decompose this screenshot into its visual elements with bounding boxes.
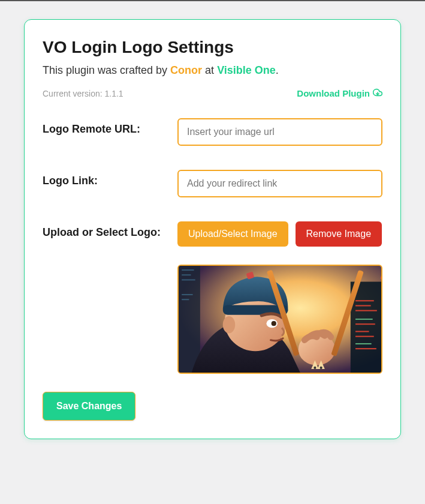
download-plugin-link[interactable]: Download Plugin — [297, 88, 382, 99]
credit-prefix: This plugin was crafted by — [43, 64, 170, 76]
credit-mid: at — [202, 64, 217, 76]
logo-remote-url-label: Logo Remote URL: — [43, 118, 177, 136]
svg-point-28 — [314, 367, 316, 369]
company-link[interactable]: Visible One — [217, 64, 276, 76]
form-row-logo-link: Logo Link: — [43, 170, 382, 197]
svg-rect-15 — [355, 336, 374, 337]
svg-rect-11 — [355, 310, 377, 311]
form-row-upload: Upload or Select Logo: Upload/Select Ima… — [43, 221, 382, 374]
svg-rect-17 — [355, 348, 376, 349]
logo-remote-url-input[interactable] — [177, 118, 382, 146]
logo-link-label: Logo Link: — [43, 170, 177, 187]
svg-point-22 — [272, 321, 276, 326]
page-title: VO Login Logo Settings — [43, 38, 382, 57]
version-text: Current version: 1.1.1 — [43, 89, 123, 98]
upload-select-image-button[interactable]: Upload/Select Image — [177, 221, 288, 247]
upload-logo-wrap: Upload/Select Image Remove Image — [177, 221, 382, 374]
settings-card: VO Login Logo Settings This plugin was c… — [24, 19, 401, 439]
save-changes-button[interactable]: Save Changes — [43, 392, 135, 421]
remove-image-button[interactable]: Remove Image — [296, 221, 382, 247]
svg-rect-12 — [355, 319, 373, 320]
svg-rect-16 — [355, 343, 372, 344]
svg-rect-9 — [355, 300, 374, 301]
logo-link-wrap — [177, 170, 382, 197]
cloud-download-icon — [373, 88, 382, 99]
author-link[interactable]: Conor — [170, 64, 202, 76]
upload-button-group: Upload/Select Image Remove Image — [177, 221, 382, 247]
svg-rect-3 — [182, 269, 194, 271]
svg-rect-10 — [355, 305, 371, 306]
svg-rect-6 — [182, 294, 192, 295]
svg-rect-13 — [355, 323, 375, 325]
svg-rect-14 — [355, 331, 369, 332]
save-row: Save Changes — [43, 392, 382, 421]
svg-point-20 — [223, 316, 235, 334]
svg-rect-2 — [179, 266, 200, 373]
download-plugin-label: Download Plugin — [297, 88, 370, 98]
logo-link-input[interactable] — [177, 170, 382, 197]
logo-remote-url-wrap — [177, 118, 382, 146]
svg-rect-7 — [182, 299, 189, 300]
logo-image-preview — [177, 265, 382, 374]
meta-row: Current version: 1.1.1 Download Plugin — [43, 88, 382, 99]
credit-line: This plugin was crafted by Conor at Visi… — [43, 64, 382, 77]
form-row-remote-url: Logo Remote URL: — [43, 118, 382, 146]
credit-suffix: . — [276, 64, 279, 76]
svg-point-29 — [320, 367, 322, 369]
upload-logo-label: Upload or Select Logo: — [43, 221, 177, 239]
svg-rect-4 — [182, 274, 191, 275]
svg-rect-5 — [182, 279, 195, 280]
